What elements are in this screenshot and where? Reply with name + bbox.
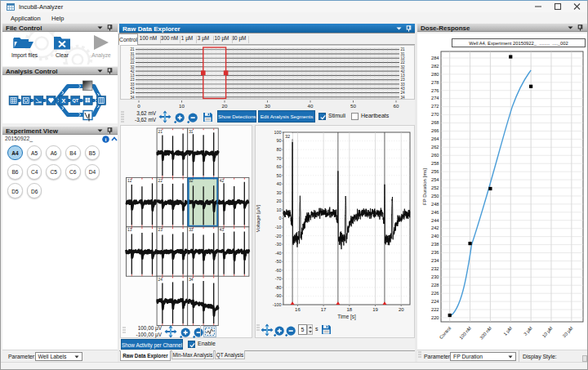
svg-text:22: 22 <box>401 60 406 65</box>
svg-text:31: 31 <box>130 52 135 56</box>
svg-text:230: 230 <box>431 274 439 279</box>
svg-text:22: 22 <box>158 179 163 183</box>
svg-text:278: 278 <box>431 80 439 85</box>
svg-text:-30: -30 <box>275 242 282 247</box>
svg-text:266: 266 <box>431 128 439 133</box>
svg-text:90: 90 <box>277 138 282 143</box>
svg-text:-90: -90 <box>275 293 282 298</box>
svg-text:13: 13 <box>130 74 135 78</box>
svg-text:17: 17 <box>321 307 327 312</box>
svg-text:3 µM: 3 µM <box>523 325 533 337</box>
svg-text:-100: -100 <box>273 302 282 307</box>
svg-text:80: 80 <box>277 147 282 152</box>
svg-text:224: 224 <box>431 299 439 304</box>
svg-text:43: 43 <box>220 228 225 232</box>
svg-text:21: 21 <box>158 130 163 134</box>
svg-text:32: 32 <box>130 65 135 69</box>
svg-text:21: 21 <box>401 47 406 51</box>
svg-text:23: 23 <box>130 78 135 82</box>
svg-text:-10: -10 <box>275 225 282 230</box>
svg-text:252: 252 <box>431 185 439 190</box>
svg-text:264: 264 <box>431 136 439 141</box>
svg-text:256: 256 <box>431 169 439 174</box>
svg-text:31: 31 <box>189 130 194 134</box>
svg-text:16: 16 <box>295 307 301 312</box>
svg-text:32: 32 <box>285 134 290 139</box>
svg-text:236: 236 <box>431 250 439 255</box>
svg-text:258: 258 <box>431 161 439 166</box>
svg-text:34: 34 <box>401 96 406 100</box>
svg-text:-80: -80 <box>275 285 282 290</box>
svg-text:-50: -50 <box>275 259 282 264</box>
svg-text:10: 10 <box>277 207 282 212</box>
svg-text:10: 10 <box>179 103 185 109</box>
svg-text:248: 248 <box>431 202 439 207</box>
svg-text:0: 0 <box>137 103 140 109</box>
svg-text:274: 274 <box>431 96 439 100</box>
svg-text:12: 12 <box>130 56 135 60</box>
svg-text:32: 32 <box>189 179 194 183</box>
svg-text:32: 32 <box>401 65 406 69</box>
svg-text:30 µM: 30 µM <box>562 325 574 338</box>
svg-text:43: 43 <box>130 87 135 91</box>
svg-text:220: 220 <box>431 315 439 320</box>
svg-text:30: 30 <box>277 190 282 195</box>
svg-text:Control: Control <box>439 326 452 340</box>
svg-text:270: 270 <box>431 112 439 117</box>
svg-text:20: 20 <box>399 307 404 312</box>
svg-text:24: 24 <box>158 278 163 282</box>
svg-text:280: 280 <box>431 72 439 77</box>
svg-text:21: 21 <box>130 47 135 51</box>
svg-text:43: 43 <box>401 87 406 91</box>
svg-text:226: 226 <box>431 291 439 296</box>
svg-text:282: 282 <box>431 64 439 69</box>
svg-text:276: 276 <box>431 88 439 93</box>
svg-text:31: 31 <box>401 52 406 56</box>
svg-text:42: 42 <box>220 179 225 183</box>
svg-text:24: 24 <box>401 91 406 95</box>
svg-text:24: 24 <box>130 91 135 95</box>
svg-text:228: 228 <box>431 283 439 288</box>
svg-text:33: 33 <box>130 82 135 87</box>
svg-text:50: 50 <box>277 173 282 178</box>
svg-text:22: 22 <box>130 60 135 65</box>
svg-text:-70: -70 <box>275 276 282 281</box>
svg-text:23: 23 <box>401 78 406 82</box>
svg-text:18: 18 <box>346 307 352 312</box>
svg-text:232: 232 <box>431 266 439 271</box>
svg-text:234: 234 <box>431 258 439 263</box>
svg-text:272: 272 <box>431 104 439 109</box>
svg-text:254: 254 <box>431 177 439 182</box>
svg-text:222: 222 <box>431 307 439 312</box>
svg-text:Voltage [µV]: Voltage [µV] <box>256 204 261 232</box>
svg-text:0: 0 <box>279 216 282 221</box>
svg-text:70: 70 <box>277 156 282 161</box>
svg-text:40: 40 <box>308 103 314 109</box>
svg-text:50: 50 <box>350 103 356 109</box>
svg-text:260: 260 <box>431 153 439 158</box>
svg-text:13: 13 <box>127 228 132 232</box>
svg-text:284: 284 <box>431 56 439 60</box>
svg-text:242: 242 <box>431 225 439 230</box>
svg-text:20: 20 <box>222 103 228 109</box>
svg-text:100: 100 <box>274 130 282 135</box>
svg-text:23: 23 <box>158 228 163 232</box>
svg-text:268: 268 <box>431 120 439 125</box>
svg-text:300 nM: 300 nM <box>479 325 492 340</box>
svg-text:34: 34 <box>130 96 135 100</box>
svg-text:100 nM: 100 nM <box>458 325 472 340</box>
svg-text:1 µM: 1 µM <box>502 325 513 337</box>
svg-text:12: 12 <box>127 179 132 183</box>
svg-text:13: 13 <box>401 74 406 78</box>
svg-text:240: 240 <box>431 234 439 238</box>
svg-text:19: 19 <box>372 307 378 312</box>
svg-text:34: 34 <box>189 278 194 282</box>
svg-text:FP Duration [ms]: FP Duration [ms] <box>422 168 427 205</box>
svg-text:262: 262 <box>431 145 439 149</box>
svg-text:12: 12 <box>401 56 406 60</box>
svg-text:60: 60 <box>277 164 282 169</box>
svg-text:-60: -60 <box>275 268 282 273</box>
svg-text:33: 33 <box>401 82 406 87</box>
svg-text:244: 244 <box>431 218 439 223</box>
svg-text:42: 42 <box>401 69 406 74</box>
